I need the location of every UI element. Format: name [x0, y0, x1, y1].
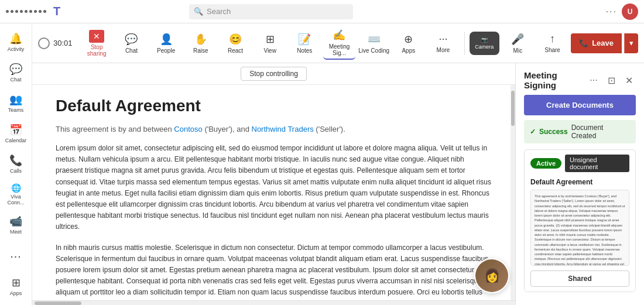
unsigned-badge: Unsigned document	[565, 155, 629, 172]
raise-button[interactable]: ✋ Raise	[184, 27, 217, 60]
timer-section: 30:01	[38, 37, 73, 49]
more-options-icon[interactable]: ···	[606, 6, 617, 17]
document-title: Default Agreement	[56, 97, 492, 115]
leave-label: Leave	[592, 39, 614, 47]
meeting-sig-icon: ✍️	[333, 29, 345, 42]
northwind-name: Northwind Traders	[252, 125, 314, 133]
chat-label: Chat	[125, 47, 138, 54]
notes-icon: 📝	[298, 33, 311, 46]
panel-actions: ··· ⊡ ✕	[587, 73, 636, 87]
document-body: Lorem ipsum dolor sit amet, consectetur …	[56, 143, 492, 300]
sidebar-label-chat: Chat	[10, 77, 21, 83]
horizontal-scrollbar[interactable]	[32, 300, 515, 305]
sidebar-label-calls: Calls	[10, 168, 22, 174]
doc-card-header: Active Unsigned document	[525, 150, 635, 177]
sidebar-item-calendar[interactable]: 📅 Calendar	[2, 119, 30, 148]
notes-button[interactable]: 📝 Notes	[289, 27, 321, 60]
people-button[interactable]: 👤 People	[150, 27, 182, 60]
panel-close-button[interactable]: ✕	[622, 73, 636, 87]
live-coding-label: Live Coding	[358, 47, 389, 54]
sidebar-item-activity[interactable]: 🔔 Activity	[2, 28, 30, 56]
apps-toolbar-button[interactable]: ⊕ Apps	[392, 27, 424, 60]
sidebar-label-apps: Apps	[10, 290, 22, 296]
top-bar-right: ··· U	[606, 4, 638, 20]
stop-sharing-icon: ✕	[89, 30, 104, 43]
sidebar-item-calls[interactable]: 📞 Calls	[2, 150, 30, 178]
sidebar-label-teams: Teams	[8, 107, 24, 113]
view-icon: ⊞	[266, 33, 275, 46]
mic-label: Mic	[513, 47, 523, 54]
toolbar-separator	[464, 32, 465, 55]
stop-sharing-button[interactable]: ✕ Stop sharing	[81, 30, 113, 57]
success-label: Success	[539, 128, 568, 136]
panel-title: Meeting Signing	[524, 70, 583, 90]
main-layout: 🔔 Activity 💬 Chat 👥 Teams 📅 Calendar 📞 C…	[0, 23, 644, 305]
meeting-sig-button[interactable]: ✍️ Meeting Sig...	[323, 27, 355, 60]
more-toolbar-icon: ···	[439, 33, 448, 45]
sidebar-item-viva[interactable]: 🌐 Viva Conn...	[2, 180, 30, 208]
sidebar-item-more[interactable]: ···	[2, 242, 30, 270]
leave-button[interactable]: 📞 Leave	[571, 33, 622, 53]
user-avatar[interactable]: U	[622, 4, 638, 20]
react-label: React	[228, 47, 243, 54]
timer-circle	[38, 37, 50, 49]
panel-more-button[interactable]: ···	[587, 73, 601, 87]
panel-expand-button[interactable]: ⊡	[604, 73, 618, 87]
view-label: View	[263, 47, 276, 54]
calls-icon: 📞	[9, 154, 22, 167]
document-area: Stop controlling Default Agreement This …	[32, 63, 515, 305]
chat-button[interactable]: 💬 Chat	[115, 27, 148, 60]
success-bar: ✓ Success Document Created	[524, 120, 636, 143]
shared-button[interactable]: Shared	[530, 270, 629, 287]
contoso-name: Contoso	[174, 125, 202, 133]
leave-dropdown-button[interactable]: ▾	[624, 33, 638, 53]
sidebar-label-activity: Activity	[8, 46, 25, 52]
panel-header: Meeting Signing ··· ⊡ ✕	[516, 63, 644, 95]
sidebar-item-chat[interactable]: 💬 Chat	[2, 59, 30, 87]
stop-sharing-label: Stop sharing	[81, 44, 113, 57]
people-label: People	[157, 47, 175, 54]
more-toolbar-button[interactable]: ··· More	[427, 27, 459, 60]
search-placeholder: Search	[207, 7, 231, 16]
doc-paragraph-1: Lorem ipsum dolor sit amet, consectetur …	[56, 143, 492, 233]
react-button[interactable]: 😊 React	[219, 27, 251, 60]
doc-created-text: Document Created	[571, 124, 630, 140]
left-sidebar: 🔔 Activity 💬 Chat 👥 Teams 📅 Calendar 📞 C…	[0, 23, 32, 305]
vertical-scrollbar[interactable]	[511, 85, 515, 300]
chat-icon: 💬	[9, 63, 22, 76]
react-icon: 😊	[229, 33, 242, 46]
document-scroll: Default Agreement This agreement is by a…	[32, 85, 515, 300]
document-subtitle: This agreement is by and between Contoso…	[56, 125, 492, 133]
apps-label: Apps	[402, 47, 415, 54]
apps-toolbar-icon: ⊕	[404, 33, 413, 46]
chat-toolbar-icon: 💬	[125, 33, 138, 46]
share-icon: ↑	[550, 33, 555, 45]
sidebar-item-teams[interactable]: 👥 Teams	[2, 89, 30, 117]
meeting-sig-label: Meeting Sig...	[323, 43, 355, 56]
camera-button[interactable]: 📷 Camera	[470, 32, 499, 55]
meet-icon: 📹	[9, 215, 22, 228]
app-grid-icon[interactable]	[6, 10, 46, 13]
search-icon: 🔍	[194, 7, 203, 16]
viva-icon: 🌐	[11, 183, 21, 193]
mic-button[interactable]: 🎤 Mic	[502, 27, 534, 60]
live-coding-button[interactable]: ⌨️ Live Coding	[358, 27, 390, 60]
active-badge: Active	[530, 158, 561, 169]
search-bar[interactable]: 🔍 Search	[189, 4, 353, 19]
document-card: Active Unsigned document Default Agreeme…	[524, 149, 636, 292]
activity-icon: 🔔	[9, 32, 22, 45]
raise-label: Raise	[193, 47, 208, 54]
people-icon: 👤	[160, 33, 173, 46]
stop-controlling-bar: Stop controlling	[32, 63, 515, 85]
success-check-icon: ✓	[530, 128, 536, 136]
document-preview: This agreement is by and between Contoso…	[530, 190, 629, 266]
sidebar-item-apps[interactable]: ⊞ Apps	[2, 272, 30, 300]
create-documents-button[interactable]: Create Documents	[524, 95, 636, 115]
teams-logo: T	[53, 5, 60, 18]
sidebar-item-meet[interactable]: 📹 Meet	[2, 211, 30, 239]
stop-controlling-button[interactable]: Stop controlling	[241, 67, 307, 81]
view-button[interactable]: ⊞ View	[254, 27, 286, 60]
live-coding-icon: ⌨️	[368, 33, 381, 46]
teams-icon: 👥	[9, 93, 22, 106]
share-button[interactable]: ↑ Share	[536, 27, 568, 60]
